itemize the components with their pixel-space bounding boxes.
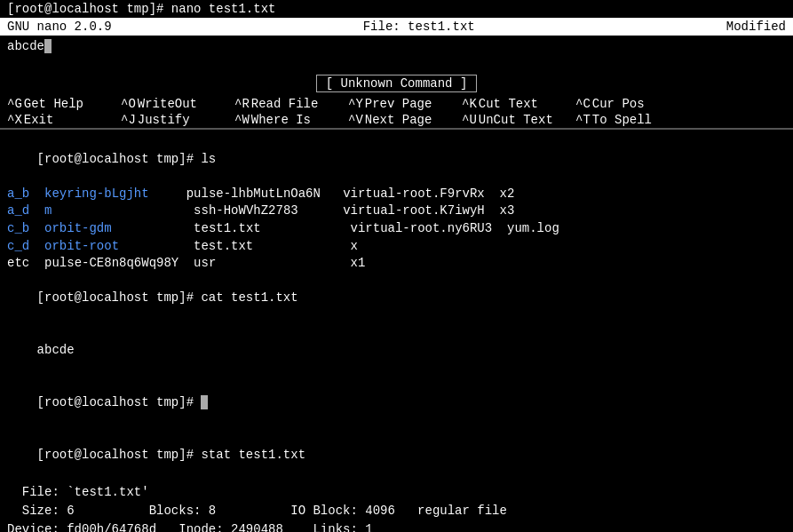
- ls-output-row-4: c_d orbit-root test.txt x: [7, 238, 786, 256]
- nano-content-area[interactable]: abcde: [0, 36, 793, 71]
- shortcut-key-u: ^U: [462, 113, 477, 127]
- shell-section: [root@localhost tmp]# ls a_b keyring-bLg…: [0, 130, 793, 532]
- shortcut-exit: ^X Exit: [7, 113, 114, 127]
- ls-col4-3: virtual-root.ny6RU3: [351, 221, 493, 235]
- shortcut-row-1: ^G Get Help ^O WriteOut ^R Read File ^Y …: [7, 96, 786, 112]
- shortcut-label-writeout: WriteOut: [138, 97, 197, 111]
- ls-col3-5: usr: [194, 256, 216, 270]
- shortcut-label-next-page: Next Page: [365, 113, 432, 127]
- cat-command-text: [root@localhost tmp]# cat test1.txt: [37, 290, 298, 305]
- stat-command-text: [root@localhost tmp]# stat test1.txt: [37, 448, 305, 462]
- shell-cursor: [201, 395, 208, 409]
- nano-filename: File: test1.txt: [363, 20, 475, 34]
- shortcut-label-cur-pos: Cur Pos: [592, 97, 645, 111]
- ls-col5-3: yum.log: [507, 221, 559, 235]
- shortcut-label-read-file: Read File: [251, 97, 319, 111]
- ls-col2-4: orbit-root: [44, 239, 119, 253]
- ls-col3-1: pulse-lhbMutLnOa6N: [186, 187, 321, 201]
- shortcut-label-where-is: Where Is: [251, 113, 311, 127]
- unknown-command-bar: [ Unknown Command ]: [0, 71, 793, 96]
- ls-command-text: [root@localhost tmp]# ls: [37, 152, 217, 166]
- shortcut-key-y: ^Y: [348, 97, 363, 111]
- shortcut-key-v: ^V: [348, 113, 363, 127]
- shortcut-justify: ^J Justify: [121, 113, 227, 127]
- ls-output-row-1: a_b keyring-bLgjht pulse-lhbMutLnOa6N vi…: [7, 186, 786, 203]
- unknown-command-box: [ Unknown Command ]: [316, 75, 478, 92]
- shortcut-key-t: ^T: [575, 113, 591, 127]
- ls-col2-2: m: [44, 203, 52, 218]
- ls-col1-5: etc: [7, 256, 29, 270]
- ls-col3-2: ssh-HoWVhZ2783: [194, 203, 298, 218]
- ls-col4-5: x1: [351, 256, 366, 270]
- nano-header-bar: GNU nano 2.0.9 File: test1.txt Modified: [0, 18, 793, 36]
- cat-output-text: abcde: [37, 343, 75, 357]
- shortcut-key-k: ^K: [462, 97, 477, 111]
- ls-col3-4: test.txt: [194, 239, 253, 253]
- shortcut-next-page: ^V Next Page: [348, 113, 455, 127]
- ls-col1-3: c_b: [7, 221, 29, 235]
- shortcut-label-cut-text: Cut Text: [479, 97, 538, 111]
- ls-col3-3: test1.txt: [194, 221, 261, 235]
- nano-version: GNU nano 2.0.9: [7, 20, 112, 34]
- ls-col2-1: keyring-bLgjht: [44, 187, 149, 201]
- nano-shortcuts: ^G Get Help ^O WriteOut ^R Read File ^Y …: [0, 96, 793, 128]
- nano-modified: Modified: [726, 20, 786, 34]
- shortcut-row-2: ^X Exit ^J Justify ^W Where Is ^V Next P…: [7, 112, 786, 128]
- shortcut-key-g: ^G: [7, 97, 22, 111]
- shortcut-label-get-help: Get Help: [24, 97, 83, 111]
- ls-col1-1: a_b: [7, 187, 29, 201]
- shortcut-key-x: ^X: [7, 113, 22, 127]
- nano-editor: [root@localhost tmp]# nano test1.txt GNU…: [0, 0, 793, 129]
- ls-output-row-3: c_b orbit-gdm test1.txt virtual-root.ny6…: [7, 220, 786, 238]
- ls-col4-2: virtual-root.K7iwyH: [343, 203, 485, 218]
- shortcut-key-o: ^O: [121, 97, 136, 111]
- shortcut-label-exit: Exit: [24, 113, 54, 127]
- shortcut-key-r: ^R: [234, 97, 250, 111]
- ls-col5-1: x2: [500, 187, 515, 201]
- shortcut-key-j: ^J: [121, 113, 136, 127]
- shortcut-prev-page: ^Y Prev Page: [348, 97, 455, 111]
- ls-col2-5: pulse-CE8n8q6Wq98Y: [44, 256, 178, 270]
- cat-output-line: abcde: [7, 325, 786, 377]
- shortcut-get-help: ^G Get Help: [7, 97, 114, 111]
- ls-col2-3: orbit-gdm: [44, 221, 112, 235]
- nano-cursor: [44, 39, 52, 53]
- nano-title-bar: [root@localhost tmp]# nano test1.txt: [0, 0, 793, 18]
- shortcut-read-file: ^R Read File: [234, 97, 341, 111]
- shortcut-label-prev-page: Prev Page: [365, 97, 432, 111]
- shortcut-label-justify: Justify: [138, 113, 190, 127]
- shortcut-label-to-spell: To Spell: [592, 113, 652, 127]
- shortcut-to-spell: ^T To Spell: [575, 113, 682, 127]
- shortcut-label-uncut-text: UnCut Text: [479, 113, 553, 127]
- nano-text: abcde: [7, 39, 44, 53]
- stat-output-block: File: `test1.txt' Size: 6 Blocks: 8 IO B…: [7, 483, 786, 532]
- ls-col4-4: x: [351, 239, 358, 253]
- stat-device-line: Device: fd00h/64768d Inode: 2490488 Link…: [7, 520, 786, 532]
- cat-command-line: [root@localhost tmp]# cat test1.txt: [7, 273, 786, 325]
- stat-command-line: [root@localhost tmp]# stat test1.txt: [7, 429, 786, 481]
- shortcut-cur-pos: ^C Cur Pos: [575, 97, 682, 111]
- shortcut-uncut-text: ^U UnCut Text: [462, 113, 568, 127]
- ls-col4-1: virtual-root.F9rvRx: [343, 187, 485, 201]
- nano-title-text: [root@localhost tmp]# nano test1.txt: [7, 2, 275, 16]
- prompt-after-cat-text: [root@localhost tmp]#: [37, 395, 202, 409]
- shortcut-writeout: ^O WriteOut: [121, 97, 227, 111]
- shortcut-key-c: ^C: [575, 97, 591, 111]
- ls-col1-4: c_d: [7, 239, 29, 253]
- ls-col5-2: x3: [500, 203, 515, 218]
- shortcut-cut-text: ^K Cut Text: [462, 97, 568, 111]
- ls-output-row-2: a_d m ssh-HoWVhZ2783 virtual-root.K7iwyH…: [7, 202, 786, 220]
- prompt-after-cat: [root@localhost tmp]#: [7, 377, 786, 429]
- ls-output-row-5: etc pulse-CE8n8q6Wq98Y usr x1: [7, 255, 786, 273]
- ls-command-line: [root@localhost tmp]# ls: [7, 133, 786, 186]
- ls-col1-2: a_d: [7, 203, 29, 218]
- stat-file-line: File: `test1.txt': [7, 483, 786, 502]
- shortcut-key-w: ^W: [234, 113, 250, 127]
- shortcut-where-is: ^W Where Is: [234, 113, 341, 127]
- stat-size-line: Size: 6 Blocks: 8 IO Block: 4096 regular…: [7, 502, 786, 520]
